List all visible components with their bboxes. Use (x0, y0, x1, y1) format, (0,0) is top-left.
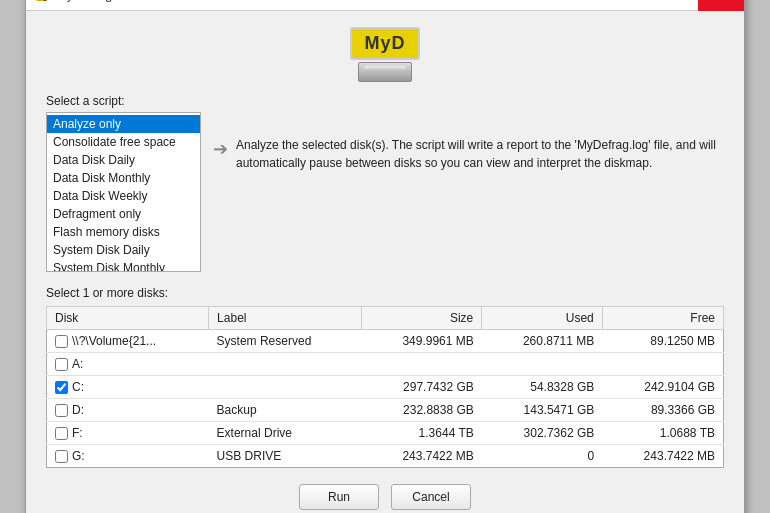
disk-cell: 89.3366 GB (602, 399, 723, 422)
disk-cell (209, 376, 362, 399)
disk-col-header: Used (482, 307, 603, 330)
maximize-button[interactable]: □ (652, 0, 698, 11)
disk-cell: USB DRIVE (209, 445, 362, 468)
disk-cell: G: (47, 445, 209, 468)
disk-cell: Backup (209, 399, 362, 422)
app-icon: MyD (34, 0, 50, 3)
disk-cell: 243.7422 MB (602, 445, 723, 468)
script-item[interactable]: Analyze only (47, 115, 200, 133)
script-item[interactable]: System Disk Monthly (47, 259, 200, 272)
disk-cell (602, 353, 723, 376)
disk-label: C: (72, 380, 84, 394)
disk-cell: 232.8838 GB (361, 399, 482, 422)
disk-cell: 243.7422 MB (361, 445, 482, 468)
description-area: ➔ Analyze the selected disk(s). The scri… (213, 112, 724, 272)
disk-cell: 260.8711 MB (482, 330, 603, 353)
disk-cell: 1.0688 TB (602, 422, 723, 445)
disk-checkbox[interactable] (55, 381, 68, 394)
disk-cell: System Reserved (209, 330, 362, 353)
run-button[interactable]: Run (299, 484, 379, 510)
disk-checkbox[interactable] (55, 427, 68, 440)
disk-cell: 242.9104 GB (602, 376, 723, 399)
disk-col-header: Size (361, 307, 482, 330)
disk-cell: External Drive (209, 422, 362, 445)
script-item[interactable]: Data Disk Monthly (47, 169, 200, 187)
logo-disk (358, 62, 412, 82)
disk-checkbox[interactable] (55, 404, 68, 417)
disk-label: \\?\Volume{21... (72, 334, 156, 348)
disk-col-header: Free (602, 307, 723, 330)
disk-cell: 89.1250 MB (602, 330, 723, 353)
disk-cell (361, 353, 482, 376)
description-text: Analyze the selected disk(s). The script… (236, 136, 724, 172)
table-row: \\?\Volume{21...System Reserved349.9961 … (47, 330, 724, 353)
titlebar-buttons: — □ ✕ (606, 0, 744, 11)
main-content: MyD Select a script: Analyze onlyConsoli… (26, 11, 744, 513)
disk-checkbox[interactable] (55, 335, 68, 348)
disk-cell: 302.7362 GB (482, 422, 603, 445)
cancel-button[interactable]: Cancel (391, 484, 471, 510)
script-item[interactable]: Defragment only (47, 205, 200, 223)
disk-checkbox[interactable] (55, 358, 68, 371)
script-item[interactable]: Flash memory disks (47, 223, 200, 241)
disk-cell: 1.3644 TB (361, 422, 482, 445)
table-row: C:297.7432 GB54.8328 GB242.9104 GB (47, 376, 724, 399)
logo-area: MyD (46, 27, 724, 82)
disk-label: G: (72, 449, 85, 463)
svg-text:MyD: MyD (36, 0, 50, 1)
disk-cell: \\?\Volume{21... (47, 330, 209, 353)
disk-cell: A: (47, 353, 209, 376)
table-row: A: (47, 353, 724, 376)
script-section-label: Select a script: (46, 94, 724, 108)
disk-label: F: (72, 426, 83, 440)
disk-checkbox[interactable] (55, 450, 68, 463)
titlebar-left: MyD MyDefrag v4.3.1 (34, 0, 151, 3)
minimize-button[interactable]: — (606, 0, 652, 11)
script-item[interactable]: System Disk Daily (47, 241, 200, 259)
disks-section-label: Select 1 or more disks: (46, 286, 724, 300)
disk-table: DiskLabelSizeUsedFree \\?\Volume{21...Sy… (46, 306, 724, 468)
disk-col-header: Disk (47, 307, 209, 330)
main-window: MyD MyDefrag v4.3.1 — □ ✕ MyD Select a s… (25, 0, 745, 513)
disk-cell: 297.7432 GB (361, 376, 482, 399)
table-row: D:Backup232.8838 GB143.5471 GB89.3366 GB (47, 399, 724, 422)
disk-cell: D: (47, 399, 209, 422)
disk-cell: F: (47, 422, 209, 445)
logo-label: MyD (350, 27, 419, 60)
disk-col-header: Label (209, 307, 362, 330)
disk-label: D: (72, 403, 84, 417)
table-row: F:External Drive1.3644 TB302.7362 GB1.06… (47, 422, 724, 445)
table-row: G:USB DRIVE243.7422 MB0243.7422 MB (47, 445, 724, 468)
disk-label: A: (72, 357, 83, 371)
main-row: Analyze onlyConsolidate free spaceData D… (46, 112, 724, 272)
script-item[interactable]: Consolidate free space (47, 133, 200, 151)
disk-cell: 54.8328 GB (482, 376, 603, 399)
disk-cell (482, 353, 603, 376)
disk-cell: 349.9961 MB (361, 330, 482, 353)
close-button[interactable]: ✕ (698, 0, 744, 11)
bottom-buttons: Run Cancel (46, 484, 724, 513)
logo-box: MyD (350, 27, 419, 82)
disk-cell: C: (47, 376, 209, 399)
disk-cell: 143.5471 GB (482, 399, 603, 422)
window-title: MyDefrag v4.3.1 (56, 0, 151, 2)
script-item[interactable]: Data Disk Daily (47, 151, 200, 169)
script-list-box: Analyze onlyConsolidate free spaceData D… (46, 112, 201, 272)
arrow-icon: ➔ (213, 138, 228, 160)
script-item[interactable]: Data Disk Weekly (47, 187, 200, 205)
titlebar: MyD MyDefrag v4.3.1 — □ ✕ (26, 0, 744, 11)
disk-cell (209, 353, 362, 376)
disk-cell: 0 (482, 445, 603, 468)
script-list[interactable]: Analyze onlyConsolidate free spaceData D… (46, 112, 201, 272)
